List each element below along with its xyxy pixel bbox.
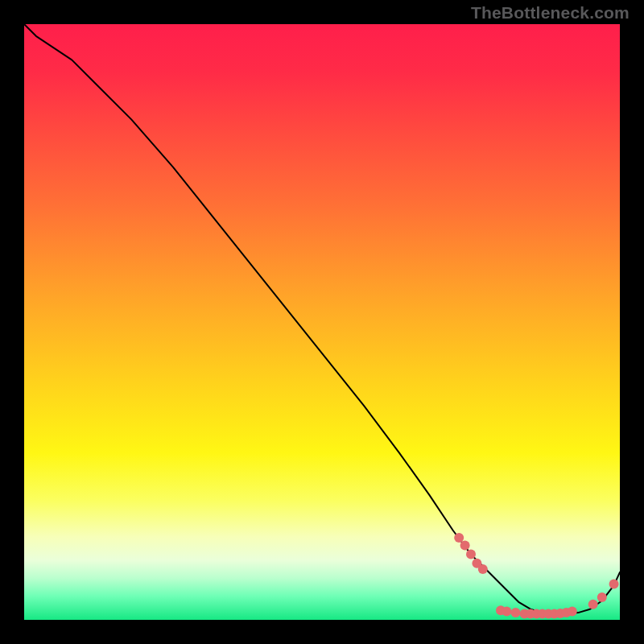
watermark-text: TheBottleneck.com (471, 3, 630, 23)
data-point (588, 600, 598, 609)
data-point (478, 564, 488, 574)
plot-svg (24, 24, 620, 620)
data-point (466, 550, 476, 559)
data-point (454, 533, 464, 543)
chart-stage: TheBottleneck.com (0, 0, 644, 644)
plot-area (24, 24, 620, 620)
data-point (609, 580, 619, 589)
data-point (568, 607, 577, 617)
data-point (511, 608, 521, 617)
data-point (502, 607, 511, 617)
bottleneck-curve (24, 24, 620, 614)
data-point (460, 541, 470, 551)
data-point (597, 592, 607, 602)
marker-group (454, 533, 618, 619)
